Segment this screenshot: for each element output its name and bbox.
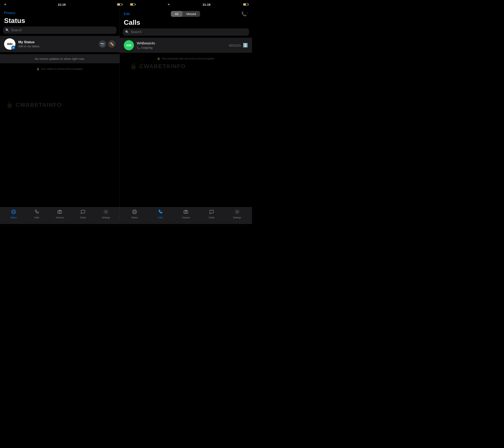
tab-chats-left[interactable]: Chats — [71, 209, 94, 219]
call-type: 📞 Outgoing — [137, 46, 226, 49]
tab-camera-right[interactable]: Camera — [173, 209, 199, 219]
svg-point-3 — [59, 211, 60, 213]
status-search-input[interactable] — [11, 28, 114, 32]
call-date: 02/11/21 — [229, 44, 241, 47]
settings-tab-icon-right — [235, 209, 240, 215]
airplane-icon-left: ✈ — [4, 3, 6, 6]
battery-left — [117, 3, 122, 6]
call-info-button[interactable]: ℹ️ — [243, 43, 248, 48]
filter-missed[interactable]: Missed — [182, 11, 200, 17]
airplane-icon-right: ✈ — [168, 3, 170, 6]
calls-tab-label-left: Calls — [34, 216, 39, 219]
calls-encrypted-notice: 🔒 Your personal calls are end-to-end enc… — [120, 53, 252, 64]
status-title: Status — [0, 17, 120, 27]
camera-tab-icon-right — [183, 209, 188, 215]
edit-link[interactable]: Edit — [124, 12, 130, 16]
tab-status-left[interactable]: Status — [2, 209, 25, 219]
svg-point-6 — [133, 211, 136, 213]
status-tab-icon-left — [11, 209, 16, 215]
camera-tab-label-right: Camera — [182, 216, 190, 219]
tab-bar-right: Status Calls Camera — [120, 209, 252, 219]
edit-status-button[interactable]: ✏️ — [108, 40, 115, 48]
tab-status-right[interactable]: Status — [122, 209, 147, 219]
status-tab-label-left: Status — [10, 216, 17, 219]
svg-point-1 — [13, 211, 15, 213]
chats-tab-icon-left — [80, 209, 85, 215]
tab-bar: Status Calls Camera — [0, 207, 252, 224]
settings-tab-label-left: Settings — [102, 216, 110, 219]
tab-chats-right[interactable]: Chats — [199, 209, 224, 219]
privacy-link[interactable]: Privacy — [4, 11, 16, 15]
camera-button[interactable]: 📷 — [99, 40, 106, 48]
status-tab-label-right: Status — [131, 216, 138, 219]
tab-calls-left[interactable]: Calls — [25, 209, 48, 219]
chats-tab-label-right: Chats — [209, 216, 215, 219]
camera-tab-label-left: Camera — [56, 216, 64, 219]
search-icon-left: 🔍 — [5, 28, 9, 32]
lock-icon-left: 🔒 — [36, 67, 39, 71]
avatar-plus-icon[interactable]: + — [11, 46, 16, 50]
calls-title: Calls — [120, 18, 252, 28]
status-tab-icon-right — [132, 209, 137, 215]
tab-settings-left[interactable]: Settings — [94, 209, 117, 219]
svg-rect-7 — [184, 211, 188, 214]
calls-tab-icon-right — [158, 209, 163, 215]
call-info: WABetaInfo 📞 Outgoing — [137, 41, 226, 49]
search-icon-right: 🔍 — [125, 30, 129, 34]
camera-tab-icon-left — [57, 209, 62, 215]
calls-search-bar[interactable]: 🔍 — [123, 28, 249, 36]
no-updates-text: No recent updates to show right now. — [4, 57, 115, 60]
my-status-info: My Status Add to my status — [18, 40, 96, 48]
svg-point-4 — [105, 211, 107, 213]
chats-tab-icon-right — [209, 209, 214, 215]
time-left: 21:19 — [58, 3, 66, 6]
phone-icon: 📞 — [137, 46, 140, 49]
lock-icon-right: 🔒 — [157, 57, 160, 60]
avatar-logo: WBI — [7, 42, 12, 46]
call-avatar-logo: WBI — [126, 44, 131, 47]
call-avatar: WBI — [124, 40, 134, 50]
battery-right2 — [243, 3, 248, 6]
status-encrypted-notice: 🔒 Your status is end-to-end encrypted. — [0, 63, 120, 74]
tab-bar-left: Status Calls Camera — [0, 209, 120, 219]
no-updates-section: No recent updates to show right now. — [0, 54, 120, 63]
tab-settings-right[interactable]: Settings — [224, 209, 250, 219]
battery-right — [130, 3, 135, 6]
my-status-item[interactable]: WBI + My Status Add to my status 📷 ✏️ — [0, 36, 120, 52]
call-item[interactable]: WBI WABetaInfo 📞 Outgoing 02/11/21 ℹ️ — [120, 38, 252, 53]
settings-tab-icon-left — [104, 209, 108, 215]
my-status-avatar-container: WBI + — [4, 38, 16, 50]
watermark-left: 🔒 CWABETAINFO — [6, 101, 62, 108]
svg-point-0 — [12, 210, 16, 214]
svg-rect-2 — [58, 211, 62, 214]
svg-point-5 — [132, 210, 137, 214]
calls-tab-label-right: Calls — [158, 216, 162, 219]
calls-tab-icon-left — [34, 209, 39, 215]
tab-calls-right[interactable]: Calls — [147, 209, 173, 219]
call-meta: 02/11/21 ℹ️ — [229, 43, 248, 48]
settings-tab-label-right: Settings — [233, 216, 241, 219]
time-right: 21:19 — [203, 3, 210, 6]
filter-pills: All Missed — [171, 11, 200, 17]
chats-tab-label-left: Chats — [80, 216, 86, 219]
svg-point-8 — [185, 211, 187, 213]
call-name: WABetaInfo — [137, 41, 226, 45]
calls-search-input[interactable] — [131, 30, 247, 34]
svg-point-9 — [236, 211, 238, 213]
add-call-button[interactable]: 📞+ — [241, 11, 248, 17]
status-actions: 📷 ✏️ — [99, 40, 115, 48]
my-status-sub: Add to my status — [18, 45, 96, 48]
my-status-name: My Status — [18, 40, 96, 44]
tab-camera-left[interactable]: Camera — [48, 209, 72, 219]
status-search-bar[interactable]: 🔍 — [3, 27, 116, 34]
filter-all[interactable]: All — [171, 11, 182, 17]
